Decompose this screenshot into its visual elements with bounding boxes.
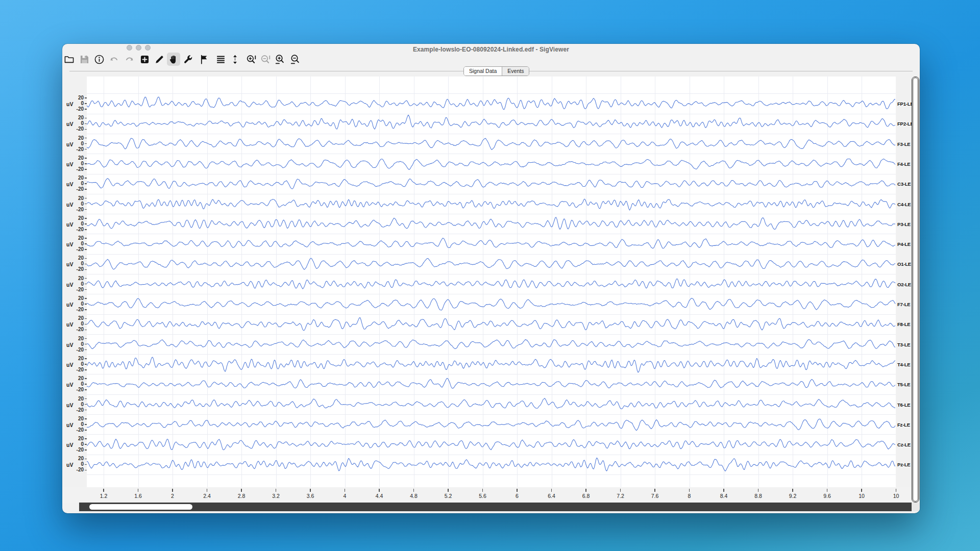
unit-label: uV (66, 302, 73, 308)
time-tick-label: 10 (851, 493, 872, 499)
scale-tick: -20 (77, 147, 87, 152)
horizontal-scrollbar[interactable] (79, 503, 912, 511)
open-file-button[interactable] (62, 53, 76, 66)
scale-tick: 20 (78, 196, 87, 201)
channel-label: T3-LE (897, 342, 910, 347)
channel-label: O1-LE (897, 261, 911, 267)
amplitude-scale: uV200-20 (66, 95, 87, 113)
unit-label: uV (66, 241, 73, 247)
time-tick-mark (792, 489, 793, 492)
channel-label: Pz-LE (897, 462, 910, 467)
channel-label: Cz-LE (897, 442, 911, 447)
time-tick-label: 2.4 (197, 493, 217, 499)
amplitude-scale: uV200-20 (66, 375, 87, 394)
unit-label: uV (66, 462, 73, 468)
info-button[interactable] (92, 53, 106, 66)
scale-tick: -20 (77, 327, 87, 332)
channel-label: T4-LE (897, 362, 910, 367)
amplitude-scale: uV200-20 (66, 115, 87, 133)
scale-tick: 0 (81, 302, 87, 307)
time-tick-mark (172, 489, 173, 492)
channel-label: Fz-LE (897, 422, 910, 428)
zoom-in-underline-icon (275, 54, 285, 65)
scale-tick: -20 (77, 127, 87, 132)
zoom-out-vertical-button[interactable] (288, 53, 302, 66)
scale-tick: 0 (81, 382, 87, 387)
unit-label: uV (66, 161, 73, 167)
time-tick-mark (620, 489, 621, 492)
time-tick-mark (310, 489, 311, 492)
show-events-button[interactable] (198, 53, 211, 66)
tab-signal-data[interactable]: Signal Data (464, 67, 502, 76)
time-tick-mark (103, 489, 104, 492)
amplitude-scale: uV200-20 (66, 276, 87, 294)
scale-tick: -20 (77, 227, 87, 232)
time-tick-mark (723, 489, 724, 492)
time-tick-mark (861, 489, 862, 492)
scale-tick: 0 (81, 402, 87, 407)
time-tick-mark (896, 489, 897, 492)
horizontal-scrollbar-thumb[interactable] (89, 504, 192, 510)
undo-button[interactable] (107, 53, 120, 66)
scale-tick: -20 (77, 267, 87, 272)
channel-label: F3-LE (897, 141, 910, 147)
channel-label: FP1-LE (897, 101, 914, 107)
unit-label: uV (66, 362, 73, 368)
scale-tick: -20 (77, 467, 87, 472)
channel-label: T6-LE (897, 402, 910, 408)
scale-tick: 20 (78, 95, 87, 101)
vertical-scrollbar-thumb[interactable] (913, 78, 918, 502)
signal-plot-canvas[interactable] (87, 77, 896, 487)
amplitude-scale: uV200-20 (66, 336, 87, 354)
save-button[interactable] (78, 53, 91, 66)
channels-menu-button[interactable] (214, 53, 227, 66)
channel-label: F4-LE (897, 161, 910, 167)
zoom-out-horizontal-button[interactable] (259, 53, 272, 66)
amplitude-scale: uV200-20 (66, 456, 87, 474)
tab-events[interactable]: Events (502, 67, 529, 76)
zoom-in-vertical-button[interactable] (273, 53, 286, 66)
unit-label: uV (66, 181, 73, 187)
pan-mode-button[interactable] (167, 53, 180, 66)
zoom-out-bar-icon (260, 54, 271, 65)
time-tick-mark (138, 489, 139, 492)
flag-icon (199, 54, 210, 65)
amplitude-scale: uV200-20 (66, 396, 87, 414)
unit-label: uV (66, 442, 73, 448)
scale-tick: -20 (77, 307, 87, 312)
unit-label: uV (66, 221, 73, 228)
scale-tick: -20 (77, 408, 87, 413)
time-tick-label: 6.4 (542, 493, 562, 499)
zoom-in-bar-icon (246, 54, 257, 65)
scale-tick: 20 (78, 316, 87, 321)
scale-tick: -20 (77, 167, 87, 172)
unit-label: uV (66, 261, 73, 267)
channel-label: P3-LE (897, 221, 911, 227)
scale-tick: 20 (78, 376, 87, 381)
redo-button[interactable] (122, 53, 136, 66)
time-tick-mark (345, 489, 346, 492)
vertical-fit-icon (230, 54, 240, 65)
time-tick-label: 10 (886, 493, 906, 499)
time-axis: 1.21.622.42.83.23.644.44.85.25.666.46.87… (62, 487, 912, 503)
plus-square-icon (139, 54, 150, 65)
vertical-scrollbar[interactable] (912, 77, 919, 503)
new-event-button[interactable] (138, 53, 151, 66)
scale-tick: 0 (81, 462, 87, 467)
edit-event-button[interactable] (153, 53, 166, 66)
info-icon (94, 54, 105, 65)
amplitude-scale: uV200-20 (66, 215, 87, 234)
undo-arrow-icon (109, 54, 119, 65)
unit-label: uV (66, 382, 73, 388)
zoom-in-horizontal-button[interactable] (244, 53, 258, 66)
amplitude-scale: uV200-20 (66, 255, 87, 273)
time-tick-label: 1.6 (128, 493, 149, 499)
time-tick-mark (276, 489, 277, 492)
scale-tick: 0 (81, 362, 87, 367)
scale-tick: -20 (77, 428, 87, 433)
channel-label: FP2-LE (897, 121, 914, 127)
scale-tick: 20 (78, 356, 87, 361)
auto-scale-button[interactable] (228, 53, 241, 66)
amplitude-scale: uV200-20 (66, 235, 87, 254)
settings-button[interactable] (181, 53, 194, 66)
